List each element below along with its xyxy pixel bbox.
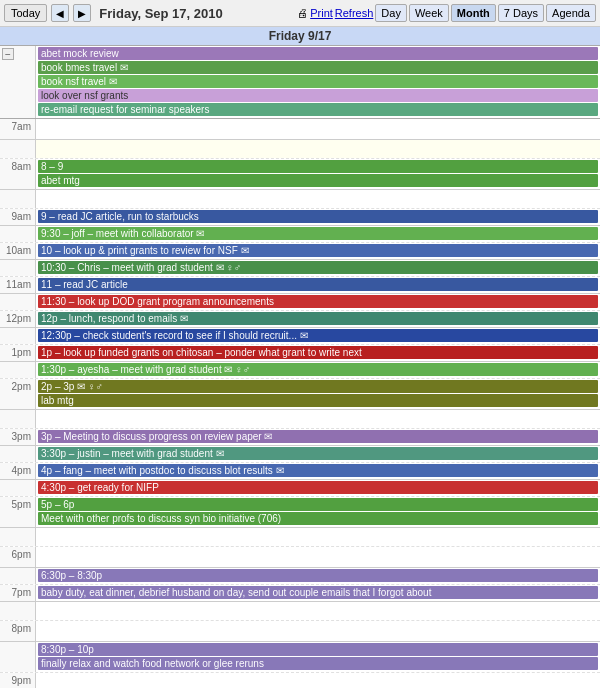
event-8am-1[interactable]: 8 – 9 [38, 160, 598, 173]
slot-630pm: 6:30p – 8:30p [36, 568, 600, 584]
event-12pm[interactable]: 12p – lunch, respond to emails ✉ [38, 312, 598, 325]
prev-button[interactable]: ◀ [51, 4, 69, 22]
allday-event-1[interactable]: book bmes travel ✉ [38, 61, 598, 74]
event-7pm[interactable]: baby duty, eat dinner, debrief husband o… [38, 586, 598, 599]
slot-830am [36, 190, 600, 208]
event-11am[interactable]: 11 – read JC article [38, 278, 598, 291]
half-label-930am [0, 226, 36, 242]
slot-9pm [36, 673, 600, 688]
allday-event-0[interactable]: abet mock review [38, 47, 598, 60]
slot-10am: 10 – look up & print grants to review fo… [36, 243, 600, 259]
slot-4pm: 4p – fang – meet with postdoc to discuss… [36, 463, 600, 479]
slot-730pm [36, 602, 600, 620]
allday-events: abet mock review book bmes travel ✉ book… [36, 46, 600, 118]
event-830pm-1[interactable]: 8:30p – 10p [38, 643, 598, 656]
collapse-button[interactable]: − [2, 48, 14, 60]
half-label-830am [0, 190, 36, 208]
time-label-3pm: 3pm [0, 429, 36, 445]
half-label-1130am [0, 294, 36, 310]
event-830pm-2[interactable]: finally relax and watch food network or … [38, 657, 598, 670]
slot-1230pm: 12:30p – check student's record to see i… [36, 328, 600, 344]
event-2pm-1[interactable]: 2p – 3p ✉ ♀♂ [38, 380, 598, 393]
half-830am [0, 190, 600, 209]
event-1230pm[interactable]: 12:30p – check student's record to see i… [38, 329, 598, 342]
day-header: Friday 9/17 [0, 27, 600, 46]
slot-130pm: 1:30p – ayesha – meet with grad student … [36, 362, 600, 378]
view-week[interactable]: Week [409, 4, 449, 22]
header-right: 🖨 Print Refresh Day Week Month 7 Days Ag… [297, 4, 596, 22]
slot-7am [36, 119, 600, 139]
header-left: Today ◀ ▶ Friday, Sep 17, 2010 [4, 4, 223, 22]
half-label-230pm [0, 410, 36, 428]
hour-10am: 10am 10 – look up & print grants to revi… [0, 243, 600, 260]
hour-12pm: 12pm 12p – lunch, respond to emails ✉ [0, 311, 600, 328]
half-label-530pm [0, 528, 36, 546]
print-icon: 🖨 [297, 7, 308, 19]
hour-4pm: 4pm 4p – fang – meet with postdoc to dis… [0, 463, 600, 480]
event-3pm[interactable]: 3p – Meeting to discuss progress on revi… [38, 430, 598, 443]
event-8am-2[interactable]: abet mtg [38, 174, 598, 187]
allday-event-4[interactable]: re-email request for seminar speakers [38, 103, 598, 116]
half-label-730pm [0, 602, 36, 620]
time-label-10am: 10am [0, 243, 36, 259]
time-label-12pm: 12pm [0, 311, 36, 327]
header-date: Friday, Sep 17, 2010 [99, 6, 222, 21]
event-630pm-1[interactable]: 6:30p – 8:30p [38, 569, 598, 582]
view-agenda[interactable]: Agenda [546, 4, 596, 22]
half-530pm [0, 528, 600, 547]
time-label-11am: 11am [0, 277, 36, 293]
event-10am[interactable]: 10 – look up & print grants to review fo… [38, 244, 598, 257]
half-label-630pm [0, 568, 36, 584]
hour-5pm: 5pm 5p – 6p Meet with other profs to dis… [0, 497, 600, 528]
hour-7am: 7am [0, 119, 600, 140]
hour-8am: 8am 8 – 9 abet mtg [0, 159, 600, 190]
slot-530pm [36, 528, 600, 546]
view-day[interactable]: Day [375, 4, 407, 22]
time-label-8am: 8am [0, 159, 36, 189]
slot-1130am: 11:30 – look up DOD grant program announ… [36, 294, 600, 310]
event-130pm[interactable]: 1:30p – ayesha – meet with grad student … [38, 363, 598, 376]
view-month[interactable]: Month [451, 4, 496, 22]
event-1130am[interactable]: 11:30 – look up DOD grant program announ… [38, 295, 598, 308]
event-9am-1[interactable]: 9 – read JC article, run to starbucks [38, 210, 598, 223]
hour-11am: 11am 11 – read JC article [0, 277, 600, 294]
time-label-9am: 9am [0, 209, 36, 225]
slot-3pm: 3p – Meeting to discuss progress on revi… [36, 429, 600, 445]
time-grid: 7am 8am 8 – 9 abet mtg 9am 9 – read JC a… [0, 119, 600, 688]
half-label-430pm [0, 480, 36, 496]
half-1030am: 10:30 – Chris – meet with grad student ✉… [0, 260, 600, 277]
event-1pm[interactable]: 1p – look up funded grants on chitosan –… [38, 346, 598, 359]
time-label-7am: 7am [0, 119, 36, 139]
half-930am: 9:30 – joff – meet with collaborator ✉ [0, 226, 600, 243]
slot-5pm: 5p – 6p Meet with other profs to discuss… [36, 497, 600, 527]
event-330pm[interactable]: 3:30p – justin – meet with grad student … [38, 447, 598, 460]
slot-430pm: 4:30p – get ready for NIFP [36, 480, 600, 496]
time-label-1pm: 1pm [0, 345, 36, 361]
view-7days[interactable]: 7 Days [498, 4, 544, 22]
next-button[interactable]: ▶ [73, 4, 91, 22]
time-label-5pm: 5pm [0, 497, 36, 527]
slot-330pm: 3:30p – justin – meet with grad student … [36, 446, 600, 462]
half-430pm: 4:30p – get ready for NIFP [0, 480, 600, 497]
slot-1030am: 10:30 – Chris – meet with grad student ✉… [36, 260, 600, 276]
print-link[interactable]: Print [310, 7, 333, 19]
today-button[interactable]: Today [4, 4, 47, 22]
event-430pm[interactable]: 4:30p – get ready for NIFP [38, 481, 598, 494]
event-5pm-2[interactable]: Meet with other profs to discuss syn bio… [38, 512, 598, 525]
event-5pm-1[interactable]: 5p – 6p [38, 498, 598, 511]
event-1030am[interactable]: 10:30 – Chris – meet with grad student ✉… [38, 261, 598, 274]
hour-3pm: 3pm 3p – Meeting to discuss progress on … [0, 429, 600, 446]
slot-930am: 9:30 – joff – meet with collaborator ✉ [36, 226, 600, 242]
refresh-link[interactable]: Refresh [335, 7, 374, 19]
allday-event-2[interactable]: book nsf travel ✉ [38, 75, 598, 88]
event-2pm-2[interactable]: lab mtg [38, 394, 598, 407]
half-730am [0, 140, 600, 159]
event-4pm[interactable]: 4p – fang – meet with postdoc to discuss… [38, 464, 598, 477]
allday-area: − abet mock review book bmes travel ✉ bo… [0, 46, 600, 119]
event-930am[interactable]: 9:30 – joff – meet with collaborator ✉ [38, 227, 598, 240]
slot-6pm [36, 547, 600, 567]
allday-label: − [0, 46, 36, 118]
allday-event-3[interactable]: look over nsf grants [38, 89, 598, 102]
slot-730am [36, 140, 600, 158]
hour-9pm: 9pm [0, 673, 600, 688]
